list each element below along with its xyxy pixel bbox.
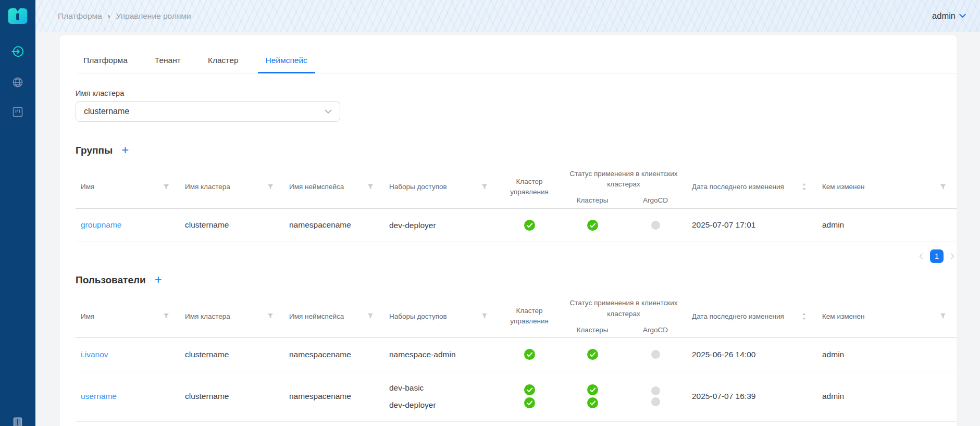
- breadcrumb-separator-icon: ›: [108, 12, 110, 20]
- funnel-icon[interactable]: [481, 184, 488, 190]
- document-icon[interactable]: [11, 417, 24, 426]
- add-group-button[interactable]: +: [121, 144, 129, 156]
- funnel-icon[interactable]: [267, 313, 274, 319]
- check-circle-icon: [587, 349, 598, 360]
- cell-access-sets: dev-deployer: [384, 208, 498, 242]
- col-status-group: Статус применения в клиентских кластерах: [561, 295, 687, 322]
- col-date: Дата последнего изменения: [687, 166, 817, 208]
- col-clusters: Кластеры: [561, 322, 624, 338]
- cell-name: i.ivanov: [76, 338, 180, 371]
- content-card: ПлатформаТенантКластерНеймспейс Имя клас…: [60, 35, 957, 426]
- cell-access-sets: dev-basicdev-deployer: [384, 371, 498, 422]
- breadcrumb-item-role-management: Управление ролями: [116, 11, 191, 21]
- users-title: Пользователи: [76, 274, 146, 286]
- funnel-icon[interactable]: [481, 313, 488, 319]
- login-icon[interactable]: [11, 45, 24, 58]
- user-menu[interactable]: admin: [932, 11, 966, 21]
- col-status-group: Статус применения в клиентских кластерах: [561, 166, 687, 193]
- tab-namespace[interactable]: Неймспейс: [258, 50, 315, 73]
- users-table: ИмяИмя кластераИмя неймспейсаНаборы дост…: [76, 295, 957, 422]
- tab-cluster[interactable]: Кластер: [200, 50, 246, 73]
- funnel-icon[interactable]: [367, 313, 374, 319]
- check-circle-icon: [587, 384, 598, 395]
- sidebar: [0, 0, 35, 426]
- cell-author: admin: [817, 338, 957, 371]
- dot-icon: [651, 350, 660, 359]
- kanban-board-icon[interactable]: [12, 106, 23, 118]
- col-access: Наборы доступов: [384, 166, 498, 208]
- cell-namespace: namespacename: [284, 371, 384, 422]
- page-1-button[interactable]: 1: [930, 249, 944, 263]
- col-mgmt-cluster: Кластер управления: [498, 166, 561, 208]
- col-clusters: Кластеры: [561, 193, 624, 208]
- check-circle-icon: [524, 397, 535, 408]
- col-argocd: ArgoCD: [624, 322, 687, 338]
- cell-author: admin: [817, 371, 957, 422]
- platform-logo-icon[interactable]: [7, 0, 28, 32]
- table-row: usernameclusternamenamespacenamedev-basi…: [76, 371, 957, 422]
- breadcrumb-item-platform[interactable]: Платформа: [58, 11, 102, 21]
- cluster-select-label: Имя кластера: [76, 89, 957, 97]
- breadcrumb: Платформа › Управление ролями: [58, 11, 191, 21]
- col-namespace: Имя неймспейса: [284, 295, 384, 338]
- add-user-button[interactable]: +: [155, 273, 162, 286]
- col-mgmt-cluster: Кластер управления: [498, 295, 561, 338]
- check-circle-icon: [524, 220, 535, 231]
- pagination: 1: [76, 249, 957, 263]
- sort-icon[interactable]: [802, 312, 807, 320]
- cell-argocd-status: [624, 208, 687, 242]
- table-row: i.ivanovclusternamenamespacenamenamespac…: [76, 338, 957, 371]
- cluster-select[interactable]: clustername: [76, 101, 340, 122]
- funnel-icon[interactable]: [267, 184, 274, 190]
- cell-cluster: clustername: [180, 371, 284, 422]
- col-cluster: Имя кластера: [180, 295, 284, 338]
- tab-tenant[interactable]: Тенант: [147, 50, 189, 73]
- col-access: Наборы доступов: [384, 295, 498, 338]
- groups-table: ИмяИмя кластераИмя неймспейсаНаборы дост…: [76, 166, 957, 242]
- chevron-down-icon: [959, 14, 966, 18]
- cell-cluster: clustername: [180, 208, 284, 242]
- cell-clusters-status: [561, 371, 624, 422]
- col-name: Имя: [76, 166, 180, 208]
- cell-name: groupname: [76, 208, 180, 242]
- next-page-button[interactable]: [948, 252, 957, 260]
- funnel-icon[interactable]: [163, 184, 169, 190]
- dot-icon: [651, 221, 660, 230]
- globe-icon[interactable]: [11, 76, 24, 89]
- funnel-icon[interactable]: [367, 184, 374, 190]
- sort-icon[interactable]: [802, 183, 807, 191]
- cluster-filter: Имя кластера clustername: [76, 89, 957, 122]
- cell-access-sets: namespace-admin: [384, 338, 498, 371]
- users-section-head: Пользователи +: [76, 274, 957, 286]
- row-name-link[interactable]: groupname: [81, 220, 121, 229]
- top-header-bar: Платформа › Управление ролями admin: [35, 0, 980, 32]
- prev-page-button[interactable]: [917, 252, 925, 260]
- col-name: Имя: [76, 295, 180, 338]
- check-circle-icon: [524, 349, 535, 360]
- cell-argocd-status: [624, 338, 687, 371]
- table-row: groupnameclusternamenamespacenamedev-dep…: [76, 208, 957, 242]
- cell-clusters-status: [561, 338, 624, 371]
- funnel-icon[interactable]: [940, 184, 946, 190]
- cell-argocd-status: [624, 371, 687, 422]
- col-author: Кем изменен: [817, 166, 957, 208]
- chevron-right-icon: [949, 253, 956, 259]
- main-area: ПлатформаТенантКластерНеймспейс Имя клас…: [35, 32, 980, 426]
- user-name: admin: [932, 11, 956, 21]
- row-name-link[interactable]: i.ivanov: [81, 350, 108, 359]
- cell-clusters-status: [561, 208, 624, 242]
- check-circle-icon: [587, 220, 598, 231]
- cell-author: admin: [817, 208, 957, 242]
- chevron-left-icon: [918, 253, 924, 259]
- tab-platform[interactable]: Платформа: [76, 50, 135, 73]
- groups-section-head: Группы +: [76, 145, 957, 156]
- funnel-icon[interactable]: [940, 313, 946, 319]
- cluster-select-value: clustername: [84, 107, 129, 116]
- tab-bar: ПлатформаТенантКластерНеймспейс: [76, 50, 957, 73]
- check-circle-icon: [524, 384, 535, 395]
- row-name-link[interactable]: username: [81, 392, 117, 400]
- cell-namespace: namespacename: [284, 338, 384, 371]
- funnel-icon[interactable]: [163, 313, 169, 319]
- groups-title: Группы: [76, 145, 113, 156]
- check-circle-icon: [587, 397, 598, 408]
